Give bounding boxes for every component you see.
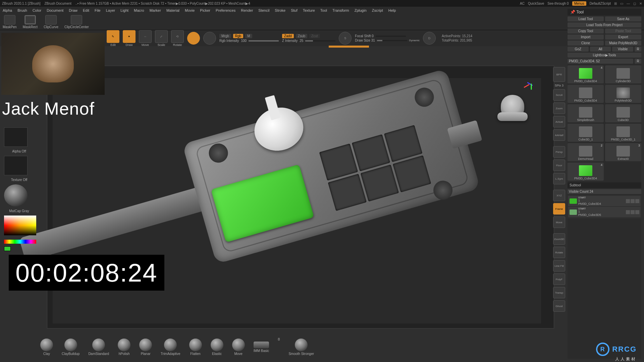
color-picker[interactable] (4, 216, 36, 244)
menu-picker[interactable]: Picker (200, 8, 210, 12)
lightbox-tools-button[interactable]: Lightbox▶Tools (568, 53, 641, 58)
subtool-item-1[interactable]: START1PM3D_Cube3D5 (568, 207, 641, 217)
dynamic-label[interactable]: Dynamic (409, 39, 420, 42)
zsub-button[interactable]: Zsub (296, 34, 307, 38)
strip-persp[interactable]: Persp (553, 146, 565, 158)
menu-movie[interactable]: Movie (185, 8, 195, 12)
strip-rotate[interactable]: Rotate (553, 247, 565, 258)
export-button[interactable]: Export (605, 35, 641, 40)
goz-button[interactable]: GoZ (568, 47, 589, 52)
strip-zoom3d[interactable]: Zoom3D (553, 233, 565, 245)
strip-floor[interactable]: Floor (553, 160, 565, 171)
menu-render[interactable]: Render (241, 8, 253, 12)
rgb-intensity-slider[interactable] (249, 40, 279, 42)
import-button[interactable]: Import (568, 35, 604, 40)
menu-help[interactable]: Help (388, 8, 396, 12)
paste-tool-button[interactable]: Paste Tool (605, 28, 641, 34)
subtool-item-0[interactable]: START1PM3D_Cube3D4 (568, 196, 641, 206)
tool-tile-9[interactable]: 3Extract0 (605, 143, 641, 161)
menu-stencil[interactable]: Stencil (258, 8, 269, 12)
goz-all-button[interactable]: All (590, 47, 611, 52)
strip-ghost[interactable]: Ghost (553, 300, 565, 312)
maskrect-tool[interactable]: MaskRect (23, 15, 38, 29)
strip-move[interactable]: Move (553, 217, 565, 228)
brush-immbasic[interactable]: IMM Basic (254, 342, 269, 353)
bpr-button[interactable]: BPR (553, 67, 565, 82)
goz-visible-button[interactable]: Visible (612, 47, 633, 52)
strip-linefill[interactable]: Line Fill (553, 260, 565, 272)
tool-tile-1[interactable]: Cylinder3D (605, 65, 641, 83)
tool-tile-5[interactable]: Cube3D (605, 104, 641, 122)
zadd-button[interactable]: Zadd (282, 34, 294, 38)
tool-tile-7[interactable]: PM3D_Cube3D_1 (605, 124, 641, 142)
menu-tool[interactable]: Tool (320, 8, 327, 12)
strip-lsym[interactable]: L.Sym (553, 173, 565, 184)
tool-tile-3[interactable]: PolyMesh3D (605, 85, 641, 103)
rgb-intensity-value[interactable]: 100 (241, 39, 247, 43)
menu-file[interactable]: File (95, 8, 101, 12)
load-tool-button[interactable]: Load Tool (568, 16, 604, 21)
menu-marker[interactable]: Marker (150, 8, 161, 12)
strip-actual[interactable]: Actual (553, 116, 565, 127)
active-color-chip[interactable] (4, 246, 11, 251)
z-intensity-value[interactable]: 25 (300, 39, 303, 43)
texture-swatch[interactable] (4, 156, 28, 175)
d-dial[interactable]: D (423, 32, 436, 45)
tool-tile-10[interactable]: 4PM3D_Cube3D4 (568, 163, 604, 181)
brush-smoothstronger[interactable]: Smooth Stronger (288, 339, 314, 356)
strip-xyz[interactable]: XYZ (553, 190, 565, 201)
eye-icon[interactable] (626, 210, 630, 214)
alpha-swatch[interactable] (4, 127, 28, 147)
brush-damstandard[interactable]: DamStandard (88, 339, 109, 356)
clone-button[interactable]: Clone (568, 41, 604, 46)
brush-elastic[interactable]: Elastic (211, 339, 223, 356)
focal-shift[interactable]: Focal Shift 0 (355, 34, 374, 38)
current-tool-r[interactable]: R (635, 59, 641, 64)
camera-head-gizmo[interactable] (501, 95, 524, 118)
eye-icon[interactable] (626, 199, 630, 203)
brush-planar[interactable]: Planar (139, 339, 152, 356)
draw-size[interactable]: Draw Size 31 (355, 39, 375, 42)
load-project-button[interactable]: Load Tools From Project (568, 22, 641, 27)
tool-tile-4[interactable]: SimpleBrush (568, 104, 604, 122)
strip-zoom[interactable]: Zoom (553, 103, 565, 114)
tool-panel-header[interactable]: 📌 Tool (568, 9, 641, 15)
menu-preferences[interactable]: Preferences (216, 8, 235, 12)
mesh-icon[interactable] (635, 210, 639, 214)
menu-stuf[interactable]: Stuf (291, 8, 298, 12)
menu-draw[interactable]: Draw (69, 8, 77, 12)
z-intensity-slider[interactable] (305, 40, 335, 42)
edit-button[interactable]: ✎ (107, 30, 119, 43)
min-icon[interactable]: — (627, 2, 630, 5)
draw-size-slider[interactable] (377, 40, 407, 41)
brush-flatten[interactable]: Flatten (189, 339, 202, 356)
s-dial[interactable]: S (339, 32, 352, 45)
tool-tile-0[interactable]: 4PM3D_Cube3D4 (568, 65, 604, 83)
strip-aahalf[interactable]: AAHalf (553, 129, 565, 141)
menus-button[interactable]: Menus (572, 1, 586, 6)
menu-material[interactable]: Material (166, 8, 179, 12)
matcap-swatch[interactable] (4, 184, 28, 206)
brush-icon[interactable] (631, 199, 635, 203)
visible-count[interactable]: Visible Count 24 (568, 189, 641, 194)
move-button[interactable]: ↔ (139, 30, 152, 43)
menu-transform[interactable]: Transform (332, 8, 349, 12)
clipcurve-tool[interactable]: ClipCurve (44, 15, 58, 29)
draw-button[interactable]: ✦ (123, 30, 136, 43)
focal-shift-slider[interactable] (376, 36, 406, 37)
menu-alpha[interactable]: Alpha (3, 8, 12, 12)
brush-clay[interactable]: Clay (40, 339, 53, 356)
rotate-button[interactable]: ⟲ (171, 30, 184, 43)
pin-icon[interactable]: 📌 (570, 10, 575, 14)
brush-claybuildup[interactable]: ClayBuildup (62, 339, 79, 356)
menu-zplugin[interactable]: Zplugin (355, 8, 367, 12)
strip-scroll[interactable]: Scroll (553, 89, 565, 101)
goz-r-button[interactable]: R (635, 47, 641, 52)
menu-zscript[interactable]: Zscript (372, 8, 383, 12)
save-as-button[interactable]: Save As (605, 16, 641, 21)
tool-tile-8[interactable]: 2DemoHead (568, 143, 604, 161)
strip-transp[interactable]: Transp (553, 287, 565, 298)
mrgb-button[interactable]: Mrgb (219, 34, 231, 38)
rgb-button[interactable]: Rgb (233, 34, 243, 38)
strip-polyf[interactable]: PolyF (553, 274, 565, 285)
